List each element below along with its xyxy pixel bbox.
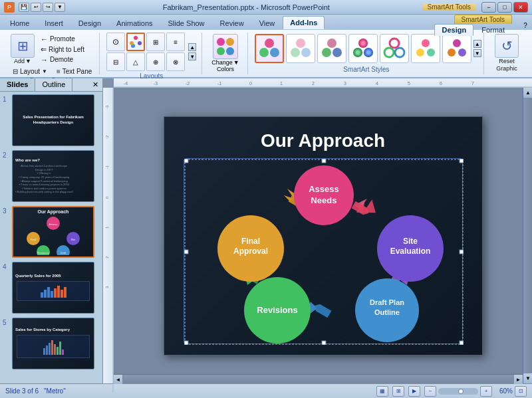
tab-insert[interactable]: Insert	[37, 17, 70, 29]
tab-review[interactable]: Review	[213, 17, 251, 29]
svg-point-0	[134, 36, 138, 40]
tab-smartart-design[interactable]: Design	[434, 24, 473, 36]
layout-item-5[interactable]: ⊟	[106, 52, 125, 71]
tab-home[interactable]: Home	[3, 17, 37, 29]
svg-text:-3: -3	[154, 81, 158, 86]
scroll-up-btn[interactable]: ▲	[523, 88, 532, 98]
slide-canvas: Our Approach	[164, 116, 483, 355]
slide-thumb-2[interactable]: 2 Who are we? Acriva Gas started Carolin…	[3, 150, 100, 202]
svg-text:Final: Final	[31, 238, 37, 241]
svg-text:-1: -1	[217, 81, 221, 86]
slide-thumb-5[interactable]: 5 Sales for Stores by Category	[3, 318, 100, 369]
svg-point-18	[395, 48, 404, 57]
slide-thumb-4[interactable]: 4 Quarterly Sales for 2005	[3, 262, 100, 314]
text-pane-button[interactable]: ≡ Text Pane	[55, 67, 94, 76]
style-item-3[interactable]	[317, 34, 346, 63]
right-to-left-button[interactable]: ⇐ Right to Left	[39, 45, 86, 54]
svg-rect-87	[184, 341, 188, 345]
slide-thumb-3[interactable]: 3 Our Approach Assess S	[3, 206, 100, 258]
tab-design[interactable]: Design	[71, 17, 108, 29]
layouts-grid: ⊙ ⊞ ≡ ⊟ △ ⊕ ⊗	[106, 33, 185, 71]
layout-item-1[interactable]: ⊙	[106, 33, 125, 51]
svg-point-20	[416, 49, 424, 56]
svg-text:Final: Final	[241, 237, 259, 246]
demote-button[interactable]: → Demote	[39, 55, 86, 64]
ribbon-help-btn[interactable]: ?	[519, 22, 532, 29]
style-item-1[interactable]	[255, 34, 284, 63]
change-colors-label	[209, 75, 241, 76]
change-colors-button[interactable]: Change ▼ Colors	[209, 33, 241, 74]
canvas-with-ruler: -3 -2 -1 0 1 2 3 ▲ ▼	[103, 88, 532, 383]
svg-text:1: 1	[105, 226, 109, 229]
zoom-slider[interactable]	[438, 388, 478, 395]
slide-canvas-area[interactable]: ▲ ▼ ◄ ► Our Approach	[114, 88, 532, 383]
tab-slideshow[interactable]: Slide Show	[161, 17, 212, 29]
tab-addins[interactable]: Add-Ins	[283, 16, 325, 29]
svg-rect-84	[460, 159, 464, 163]
customize-btn[interactable]: ▼	[55, 3, 65, 12]
save-btn[interactable]: 💾	[19, 3, 29, 12]
slideshow-btn[interactable]: ▶	[408, 386, 420, 397]
zoom-out-btn[interactable]: −	[424, 386, 436, 397]
slide-num-4: 4	[3, 262, 12, 270]
tab-smartart-format[interactable]: Format	[474, 24, 512, 36]
fit-window-btn[interactable]: ⊡	[515, 386, 527, 397]
styles-scroll-down[interactable]: ▼	[473, 49, 481, 57]
svg-point-5	[259, 48, 269, 57]
slide-title: Our Approach	[261, 130, 385, 151]
style-item-7[interactable]	[442, 34, 471, 63]
slide-thumb-1[interactable]: 1 Sales Presentation for Fabrikam Headqu…	[3, 94, 100, 146]
layout-item-8[interactable]: ⊗	[166, 52, 185, 71]
svg-text:3: 3	[344, 81, 346, 86]
styles-scroll-up[interactable]: ▲	[473, 40, 481, 48]
layout-item-2[interactable]	[126, 33, 145, 51]
layout-item-6[interactable]: △	[126, 52, 145, 71]
svg-text:Revisions: Revisions	[37, 251, 49, 254]
svg-text:0: 0	[105, 196, 109, 199]
normal-view-btn[interactable]: ▦	[376, 386, 388, 397]
svg-point-14	[353, 48, 362, 57]
maximize-button[interactable]: □	[497, 2, 512, 13]
svg-text:4: 4	[376, 81, 378, 86]
style-item-5[interactable]	[380, 34, 409, 63]
svg-text:Approval: Approval	[233, 247, 267, 256]
zoom-in-btn[interactable]: +	[480, 386, 492, 397]
slides-tab[interactable]: Slides	[0, 78, 35, 91]
slide-sorter-btn[interactable]: ⊞	[392, 386, 404, 397]
layouts-scroll-up[interactable]: ▲	[188, 43, 196, 51]
style-item-2[interactable]	[286, 34, 315, 63]
svg-text:-3: -3	[105, 105, 109, 109]
reset-graphic-button[interactable]: ↺ Reset Graphic	[491, 33, 523, 74]
create-graphic-group: ⊞ Add ▼ ← Promote ⇐ Right to	[4, 33, 100, 74]
scroll-right-btn[interactable]: ►	[513, 375, 523, 384]
svg-text:7: 7	[471, 81, 474, 86]
undo-btn[interactable]: ↩	[31, 3, 41, 12]
add-shape-button[interactable]: ⊞ Add ▼	[9, 33, 36, 66]
tab-view[interactable]: View	[252, 17, 283, 29]
svg-text:-2: -2	[105, 135, 109, 139]
style-item-6[interactable]	[411, 34, 440, 63]
svg-point-9	[301, 48, 311, 57]
slides-panel-close[interactable]: ✕	[88, 78, 102, 91]
redo-btn[interactable]: ↪	[43, 3, 53, 12]
svg-text:6: 6	[440, 81, 442, 86]
layout-item-4[interactable]: ≡	[166, 33, 185, 51]
svg-text:-4: -4	[124, 81, 128, 86]
smartart-diagram[interactable]: Assess Needs Site Evaluation Draft Plan …	[184, 158, 463, 344]
ruler-horizontal: -4 -3 -2 -1 0 1 2 3 4 5 6 7	[114, 78, 532, 88]
scroll-left-btn[interactable]: ◄	[114, 375, 123, 384]
minimize-button[interactable]: −	[481, 2, 496, 13]
status-bar: Slide 3 of 6 "Metro" ▦ ⊞ ▶ − + 60% ⊡	[0, 383, 532, 398]
layouts-scroll-down[interactable]: ▼	[188, 52, 196, 60]
change-colors-group: Change ▼ Colors	[203, 33, 247, 74]
layout-item-3[interactable]: ⊞	[146, 33, 165, 51]
style-item-4[interactable]	[348, 34, 378, 63]
layout-button[interactable]: ⊟ Layout ▼	[11, 67, 49, 76]
scroll-down-btn[interactable]: ▼	[523, 373, 532, 383]
outline-tab[interactable]: Outline	[35, 78, 72, 91]
svg-point-6	[270, 48, 279, 57]
promote-button[interactable]: ← Promote	[39, 35, 86, 44]
close-button[interactable]: ✕	[513, 2, 528, 13]
tab-animations[interactable]: Animations	[109, 17, 160, 29]
layout-item-7[interactable]: ⊕	[146, 52, 165, 71]
